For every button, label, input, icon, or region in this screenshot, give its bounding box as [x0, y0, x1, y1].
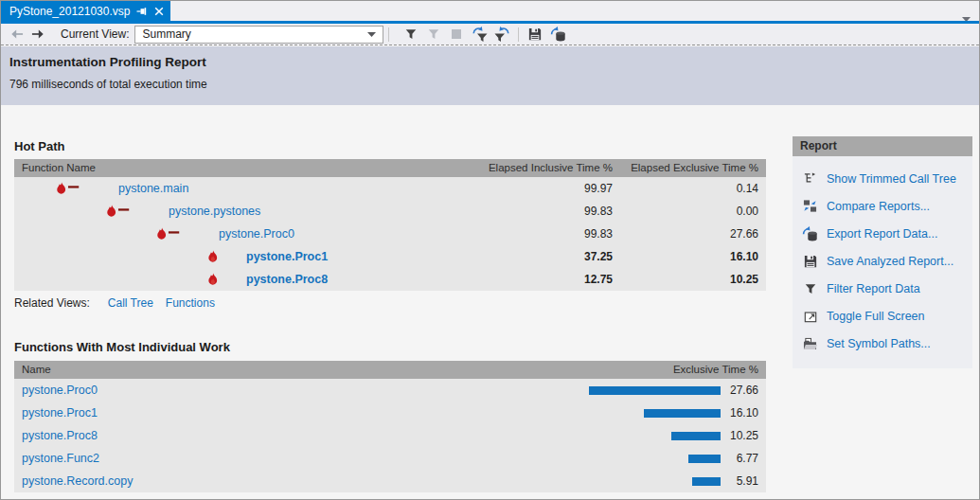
- fullscreen-icon: [802, 310, 818, 323]
- toolbar-separator: [518, 27, 519, 42]
- inclusive-time-value: 99.83: [413, 205, 626, 218]
- toolbar: Current View: Summary: [1, 24, 979, 45]
- export-icon: [550, 27, 566, 42]
- view-selector[interactable]: Summary: [134, 26, 383, 44]
- exclusive-time-bar: [582, 470, 721, 492]
- forward-arrow-icon[interactable]: [30, 28, 45, 40]
- report-action-filter-report-data[interactable]: Filter Report Data: [793, 275, 972, 302]
- exclusive-time-bar: [582, 424, 721, 447]
- pin-icon[interactable]: [136, 6, 148, 17]
- column-inclusive-time: Elapsed Inclusive Time %: [413, 159, 626, 177]
- export-report-data-button[interactable]: [546, 25, 569, 45]
- work-row: pystone.Proc810.25: [14, 424, 766, 447]
- function-name-link[interactable]: pystone.Record.copy: [22, 474, 133, 488]
- filter-gray-icon: [427, 27, 440, 41]
- folder-icon: [802, 337, 818, 350]
- stop-profiling-button: [445, 25, 468, 45]
- hot-path-table-header: Function Name Elapsed Inclusive Time % E…: [14, 159, 766, 177]
- hot-path-row: pystone.Proc137.2516.10: [14, 245, 766, 268]
- function-name-link[interactable]: pystone.Proc8: [246, 273, 328, 286]
- report-action-save-analyzed-report[interactable]: Save Analyzed Report...: [793, 247, 972, 275]
- column-function-name: Function Name: [14, 159, 413, 177]
- column-exclusive-time: Elapsed Exclusive Time %: [626, 159, 766, 177]
- hot-path-row: pystone.pystones99.830.00: [14, 200, 766, 223]
- report-header: Instrumentation Profiling Report 796 mil…: [1, 46, 979, 105]
- export-icon: [802, 226, 818, 241]
- report-panel-title: Report: [793, 136, 972, 156]
- report-panel: Report Show Trimmed Call TreeCompare Rep…: [793, 136, 972, 368]
- exclusive-time-value: 27.66: [721, 384, 766, 397]
- work-row: pystone.Record.copy5.91: [14, 470, 766, 492]
- individual-work-title: Functions With Most Individual Work: [14, 340, 230, 354]
- total-time-subtitle: 796 milliseconds of total execution time: [9, 78, 979, 91]
- function-name-link[interactable]: pystone.main: [118, 182, 188, 195]
- related-view-link-call-tree[interactable]: Call Tree: [108, 296, 153, 310]
- reapply-filter-icon: [494, 27, 510, 42]
- function-name-link[interactable]: pystone.Proc0: [219, 227, 294, 241]
- related-view-link-functions[interactable]: Functions: [166, 296, 215, 310]
- flame-path-icon: [55, 182, 80, 196]
- function-name-link[interactable]: pystone.Proc1: [246, 250, 328, 263]
- document-tab[interactable]: PyStone_20121030.vsp: [1, 1, 170, 21]
- fw-table-body: pystone.Proc027.66pystone.Proc116.10pyst…: [14, 379, 766, 492]
- current-view-label: Current View:: [61, 27, 129, 41]
- inclusive-time-value: 99.97: [413, 182, 626, 195]
- hot-path-row: pystone.main99.970.14: [14, 177, 766, 200]
- hot-path-row: pystone.Proc812.7510.25: [14, 268, 766, 291]
- hot-path-row: pystone.Proc099.8327.66: [14, 223, 766, 245]
- exclusive-time-bar: [582, 447, 721, 470]
- back-arrow-icon[interactable]: [9, 28, 25, 40]
- report-action-set-symbol-paths[interactable]: Set Symbol Paths...: [793, 330, 972, 357]
- stop-icon: [451, 28, 462, 40]
- filter-icon: [404, 27, 418, 41]
- exclusive-time-value: 16.10: [626, 250, 766, 263]
- exclusive-time-value: 27.66: [626, 227, 766, 241]
- function-name-link[interactable]: pystone.Func2: [22, 452, 99, 465]
- apply-filter-icon: [472, 27, 488, 42]
- save-icon: [802, 255, 818, 268]
- function-name-link[interactable]: pystone.pystones: [169, 205, 260, 218]
- report-panel-items: Show Trimmed Call TreeCompare Reports...…: [793, 156, 972, 368]
- inclusive-time-value: 37.25: [413, 250, 626, 263]
- apply-filter-button[interactable]: [468, 25, 490, 45]
- inclusive-time-value: 99.83: [413, 227, 626, 241]
- save-icon: [528, 27, 542, 41]
- function-name-link[interactable]: pystone.Proc1: [22, 406, 98, 420]
- profiler-window: PyStone_20121030.vsp Current View: Summa…: [0, 0, 980, 500]
- save-analyzed-report-button[interactable]: [524, 25, 546, 45]
- related-views: Related Views: Call TreeFunctions: [14, 296, 227, 310]
- compare-icon: [802, 199, 818, 213]
- flame-path-icon: [105, 205, 131, 219]
- exclusive-time-value: 0.14: [626, 182, 766, 195]
- function-name-link[interactable]: pystone.Proc8: [22, 429, 98, 442]
- report-action-toggle-full-screen[interactable]: Toggle Full Screen: [793, 302, 972, 330]
- function-name-link[interactable]: pystone.Proc0: [22, 384, 98, 397]
- exclusive-time-value: 10.25: [626, 273, 766, 286]
- exclusive-time-value: 6.77: [721, 452, 766, 465]
- toolbar-icons: [400, 25, 569, 45]
- filter-icon: [802, 282, 818, 295]
- report-action-export-report-data[interactable]: Export Report Data...: [793, 220, 972, 247]
- hot-path-table: Function Name Elapsed Inclusive Time % E…: [14, 159, 766, 291]
- reapply-filter-button[interactable]: [490, 25, 513, 45]
- related-views-links: Call TreeFunctions: [108, 296, 227, 310]
- exclusive-time-value: 5.91: [721, 474, 766, 488]
- filter-button[interactable]: [400, 25, 422, 45]
- column-name: Name: [14, 361, 582, 379]
- individual-work-table: Name Exclusive Time % pystone.Proc027.66…: [14, 361, 766, 492]
- report-action-show-trimmed-call-tree[interactable]: Show Trimmed Call Tree: [793, 165, 972, 192]
- column-exclusive-time: Exclusive Time %: [582, 361, 766, 379]
- page-title: Instrumentation Profiling Report: [9, 55, 979, 69]
- exclusive-time-value: 16.10: [721, 406, 766, 420]
- work-row: pystone.Proc116.10: [14, 402, 766, 424]
- individual-work-table-header: Name Exclusive Time %: [14, 361, 766, 379]
- exclusive-time-value: 0.00: [626, 205, 766, 218]
- work-row: pystone.Func26.77: [14, 447, 766, 470]
- close-icon[interactable]: [154, 7, 164, 16]
- call-tree-icon: [802, 171, 818, 186]
- report-action-compare-reports[interactable]: Compare Reports...: [793, 192, 972, 220]
- related-views-label: Related Views:: [14, 296, 90, 310]
- inclusive-time-value: 12.75: [413, 273, 626, 286]
- hot-path-title: Hot Path: [14, 139, 64, 153]
- tab-bar: PyStone_20121030.vsp: [1, 1, 979, 21]
